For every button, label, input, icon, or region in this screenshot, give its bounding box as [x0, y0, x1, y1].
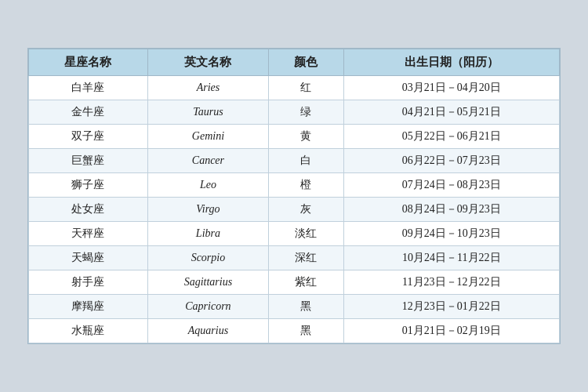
cell-dates: 08月24日－09月23日	[343, 198, 559, 222]
cell-dates: 04月21日－05月21日	[343, 100, 559, 125]
cell-english: Aries	[147, 76, 268, 100]
table-body: 白羊座Aries红03月21日－04月20日金牛座Taurus绿04月21日－0…	[29, 76, 560, 343]
cell-english: Virgo	[147, 198, 268, 222]
table-row: 水瓶座Aquarius黑01月21日－02月19日	[29, 319, 560, 343]
cell-english: Scorpio	[147, 246, 268, 270]
cell-chinese: 天秤座	[29, 222, 148, 246]
cell-dates: 03月21日－04月20日	[343, 76, 559, 100]
zodiac-table-container: 星座名称 英文名称 颜色 出生日期（阳历） 白羊座Aries红03月21日－04…	[27, 48, 561, 344]
table-row: 天蝎座Scorpio深红10月24日－11月22日	[29, 246, 560, 270]
cell-chinese: 双子座	[29, 125, 148, 149]
table-row: 双子座Gemini黄05月22日－06月21日	[29, 125, 560, 149]
cell-dates: 10月24日－11月22日	[343, 246, 559, 270]
cell-color: 红	[269, 76, 344, 100]
cell-english: Libra	[147, 222, 268, 246]
table-row: 天秤座Libra淡红09月24日－10月23日	[29, 222, 560, 246]
table-row: 白羊座Aries红03月21日－04月20日	[29, 76, 560, 100]
cell-english: Taurus	[147, 100, 268, 125]
cell-color: 黑	[269, 295, 344, 319]
table-header-row: 星座名称 英文名称 颜色 出生日期（阳历）	[29, 49, 560, 76]
cell-dates: 11月23日－12月22日	[343, 270, 559, 295]
cell-chinese: 水瓶座	[29, 319, 148, 343]
cell-dates: 01月21日－02月19日	[343, 319, 559, 343]
cell-dates: 07月24日－08月23日	[343, 173, 559, 198]
cell-chinese: 金牛座	[29, 100, 148, 125]
cell-chinese: 白羊座	[29, 76, 148, 100]
cell-color: 白	[269, 149, 344, 173]
cell-color: 深红	[269, 246, 344, 270]
cell-english: Sagittarius	[147, 270, 268, 295]
cell-english: Gemini	[147, 125, 268, 149]
cell-dates: 06月22日－07月23日	[343, 149, 559, 173]
cell-chinese: 处女座	[29, 198, 148, 222]
col-header-dates: 出生日期（阳历）	[343, 49, 559, 76]
table-row: 摩羯座Capricorn黑12月23日－01月22日	[29, 295, 560, 319]
cell-color: 黑	[269, 319, 344, 343]
table-row: 巨蟹座Cancer白06月22日－07月23日	[29, 149, 560, 173]
cell-dates: 05月22日－06月21日	[343, 125, 559, 149]
table-row: 狮子座Leo橙07月24日－08月23日	[29, 173, 560, 198]
cell-color: 灰	[269, 198, 344, 222]
cell-english: Cancer	[147, 149, 268, 173]
zodiac-table: 星座名称 英文名称 颜色 出生日期（阳历） 白羊座Aries红03月21日－04…	[28, 49, 560, 343]
cell-english: Leo	[147, 173, 268, 198]
col-header-chinese: 星座名称	[29, 49, 148, 76]
cell-dates: 12月23日－01月22日	[343, 295, 559, 319]
table-row: 金牛座Taurus绿04月21日－05月21日	[29, 100, 560, 125]
cell-chinese: 摩羯座	[29, 295, 148, 319]
cell-chinese: 狮子座	[29, 173, 148, 198]
cell-english: Capricorn	[147, 295, 268, 319]
cell-color: 绿	[269, 100, 344, 125]
cell-chinese: 射手座	[29, 270, 148, 295]
cell-color: 紫红	[269, 270, 344, 295]
col-header-color: 颜色	[269, 49, 344, 76]
col-header-english: 英文名称	[147, 49, 268, 76]
cell-chinese: 巨蟹座	[29, 149, 148, 173]
cell-color: 橙	[269, 173, 344, 198]
cell-color: 淡红	[269, 222, 344, 246]
cell-chinese: 天蝎座	[29, 246, 148, 270]
table-row: 射手座Sagittarius紫红11月23日－12月22日	[29, 270, 560, 295]
cell-dates: 09月24日－10月23日	[343, 222, 559, 246]
cell-color: 黄	[269, 125, 344, 149]
table-row: 处女座Virgo灰08月24日－09月23日	[29, 198, 560, 222]
cell-english: Aquarius	[147, 319, 268, 343]
